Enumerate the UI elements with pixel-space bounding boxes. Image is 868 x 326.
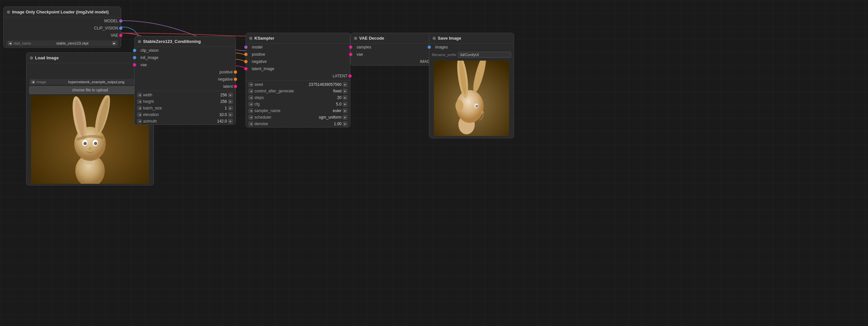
width-arrow-left[interactable]: ◀ (137, 93, 142, 97)
sched-arrow-right[interactable]: ▶ (343, 115, 347, 120)
azimuth-label: azimuth (143, 119, 216, 123)
port-images-in: images (429, 43, 514, 51)
batch-size-field: ◀ batch_size 1 ▶ (134, 105, 236, 111)
sched-arrow-left[interactable]: ◀ (249, 115, 253, 120)
width-value: 256 (220, 93, 227, 97)
scheduler-value: sgm_uniform (319, 115, 341, 120)
negative-output-port[interactable] (234, 78, 237, 81)
port-clip-vision-in: clip_vision (134, 47, 236, 54)
port-clip-vision-label: CLIP_VISION (94, 26, 118, 30)
cag-arrow-left[interactable]: ◀ (249, 89, 253, 93)
node-status-dot (433, 37, 436, 40)
samples-input-port[interactable] (349, 46, 352, 49)
stable-zero-title: StableZero123_Conditioning (143, 39, 201, 44)
vae-decode-input-port[interactable] (349, 53, 352, 56)
image-arrow-left[interactable]: ◀ (31, 80, 35, 84)
batch-arrow-left[interactable]: ◀ (137, 106, 142, 111)
steps-arrow-left[interactable]: ◀ (249, 95, 253, 100)
port-latent-output: LATENT (246, 72, 350, 80)
elevation-arrow-left[interactable]: ◀ (137, 112, 142, 117)
denoise-arrow-right[interactable]: ▶ (343, 122, 347, 126)
port-init-image-in: init_image (134, 54, 236, 61)
ckpt-arrow-right[interactable]: ▶ (112, 41, 116, 45)
positive-input-port[interactable] (244, 53, 248, 56)
clip-vision-output-port[interactable] (119, 27, 122, 30)
filename-prefix-input[interactable] (458, 52, 511, 58)
vae-output-port[interactable] (119, 34, 122, 37)
node-status-dot (354, 37, 357, 40)
azimuth-value: 142.0 (217, 119, 227, 123)
positive-output-port[interactable] (234, 70, 237, 74)
stable-zero-header: StableZero123_Conditioning (134, 36, 236, 47)
positive-out-label: positive (219, 70, 233, 75)
sampler-value: euler (333, 109, 341, 113)
negative-input-port[interactable] (244, 60, 248, 63)
stable-zero-node: StableZero123_Conditioning clip_vision i… (134, 36, 236, 125)
denoise-field: ◀ denoise 1.00 ▶ (246, 121, 350, 127)
sampler-name-field: ◀ sampler_name euler ▶ (246, 108, 350, 114)
latent-image-input-port[interactable] (244, 67, 248, 70)
sampler-arrow-left[interactable]: ◀ (249, 109, 253, 113)
port-vae-in: vae (134, 61, 236, 68)
sampler-label: sampler_name (254, 109, 331, 113)
samples-in-label: samples (356, 45, 371, 50)
ckpt-arrow-left[interactable]: ◀ (8, 41, 12, 45)
batch-label: batch_size (143, 106, 223, 111)
latent-output-port[interactable] (234, 85, 237, 88)
batch-arrow-right[interactable]: ▶ (228, 106, 233, 111)
image-filename: hypernetwork_example_output.png (49, 80, 144, 84)
elevation-field: ◀ elevation 10.0 ▶ (134, 111, 236, 118)
sampler-arrow-right[interactable]: ▶ (343, 109, 347, 113)
negative-in-label: negative (252, 59, 267, 64)
ckpt-name-value: stable_zero123.ckpt (34, 41, 111, 45)
elevation-arrow-right[interactable]: ▶ (228, 112, 233, 117)
checkpoint-loader-node: Image Only Checkpoint Loader (img2vid mo… (3, 6, 121, 48)
height-arrow-left[interactable]: ◀ (137, 99, 142, 104)
seed-label: seed (254, 82, 307, 87)
svg-point-8 (94, 142, 97, 145)
svg-point-9 (88, 147, 92, 150)
height-arrow-right[interactable]: ▶ (228, 99, 233, 104)
init-image-input-port[interactable] (133, 56, 136, 59)
clip-vision-input-port[interactable] (133, 49, 136, 52)
ksampler-header: KSampler (246, 33, 350, 43)
width-label: width (143, 93, 219, 97)
port-model-in: model (246, 43, 350, 51)
ckpt-name-selector[interactable]: ◀ ckpt_name stable_zero123.ckpt ▶ (6, 40, 118, 46)
width-arrow-right[interactable]: ▶ (228, 93, 233, 97)
cfg-arrow-right[interactable]: ▶ (343, 102, 347, 107)
vae-decode-in-label: vae (356, 52, 363, 57)
node-status-dot (249, 37, 252, 40)
vae-decode-header: VAE Decode (351, 33, 435, 43)
cag-arrow-right[interactable]: ▶ (343, 89, 347, 93)
checkpoint-loader-title: Image Only Checkpoint Loader (img2vid mo… (12, 9, 109, 14)
images-input-port[interactable] (428, 46, 431, 49)
save-image-header: Save Image (429, 33, 514, 43)
cfg-label: cfg (254, 102, 335, 107)
svg-point-7 (84, 142, 87, 145)
azimuth-arrow-left[interactable]: ◀ (137, 119, 142, 123)
model-input-port[interactable] (244, 46, 248, 49)
height-value: 256 (220, 99, 227, 104)
model-output-port[interactable] (119, 19, 122, 23)
latent-out-port[interactable] (348, 75, 352, 78)
height-field: ◀ height 256 ▶ (134, 98, 236, 105)
vae-input-port[interactable] (133, 63, 136, 66)
height-label: height (143, 99, 219, 104)
steps-arrow-right[interactable]: ▶ (343, 95, 347, 100)
scheduler-field: ◀ scheduler sgm_uniform ▶ (246, 114, 350, 121)
save-image-title: Save Image (438, 36, 461, 41)
seed-arrow-right[interactable]: ▶ (343, 82, 347, 87)
svg-point-17 (456, 100, 463, 112)
denoise-arrow-left[interactable]: ◀ (249, 122, 253, 126)
seed-value: 237514639057560 (309, 82, 341, 87)
cfg-arrow-left[interactable]: ◀ (249, 102, 253, 107)
port-negative-out: negative (134, 76, 236, 83)
port-image-out-vae: IMAGE (351, 58, 435, 65)
image-file-selector[interactable]: ◀ image hypernetwork_example_output.png … (29, 79, 151, 85)
denoise-value: 1.00 (334, 122, 341, 126)
upload-button[interactable]: choose file to upload (29, 86, 151, 94)
azimuth-arrow-right[interactable]: ▶ (228, 119, 233, 123)
separator (246, 80, 350, 81)
seed-arrow-left[interactable]: ◀ (249, 82, 253, 87)
